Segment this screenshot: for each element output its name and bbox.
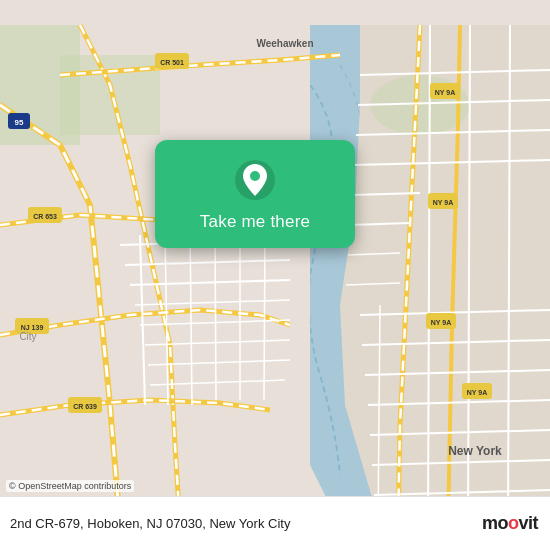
map-card: Take me there bbox=[155, 140, 355, 248]
moovit-logo-text: moovit bbox=[482, 513, 538, 534]
svg-point-62 bbox=[250, 171, 260, 181]
map-container: 95 CR 501 CR 653 NJ 139 CR 639 NY 9A NY … bbox=[0, 0, 550, 550]
svg-text:NJ 139: NJ 139 bbox=[21, 324, 44, 331]
svg-text:New York: New York bbox=[448, 444, 502, 458]
svg-line-20 bbox=[264, 230, 265, 400]
map-background: 95 CR 501 CR 653 NJ 139 CR 639 NY 9A NY … bbox=[0, 0, 550, 550]
address-text: 2nd CR-679, Hoboken, NJ 07030, New York … bbox=[10, 516, 482, 531]
svg-line-18 bbox=[215, 230, 216, 400]
bottom-bar: 2nd CR-679, Hoboken, NJ 07030, New York … bbox=[0, 496, 550, 550]
svg-text:NY 9A: NY 9A bbox=[467, 389, 488, 396]
location-pin-icon bbox=[233, 158, 277, 202]
osm-attribution: © OpenStreetMap contributors bbox=[6, 480, 134, 492]
moovit-logo: moovit bbox=[482, 513, 538, 534]
svg-text:NY 9A: NY 9A bbox=[433, 199, 454, 206]
svg-text:City: City bbox=[19, 331, 36, 342]
svg-text:CR 653: CR 653 bbox=[33, 213, 57, 220]
svg-text:NY 9A: NY 9A bbox=[435, 89, 456, 96]
svg-text:NY 9A: NY 9A bbox=[431, 319, 452, 326]
svg-text:95: 95 bbox=[15, 118, 24, 127]
moovit-dot: o bbox=[508, 513, 519, 533]
svg-text:CR 639: CR 639 bbox=[73, 403, 97, 410]
take-me-there-button[interactable]: Take me there bbox=[200, 212, 310, 232]
svg-text:CR 501: CR 501 bbox=[160, 59, 184, 66]
svg-text:Weehawken: Weehawken bbox=[256, 38, 313, 49]
